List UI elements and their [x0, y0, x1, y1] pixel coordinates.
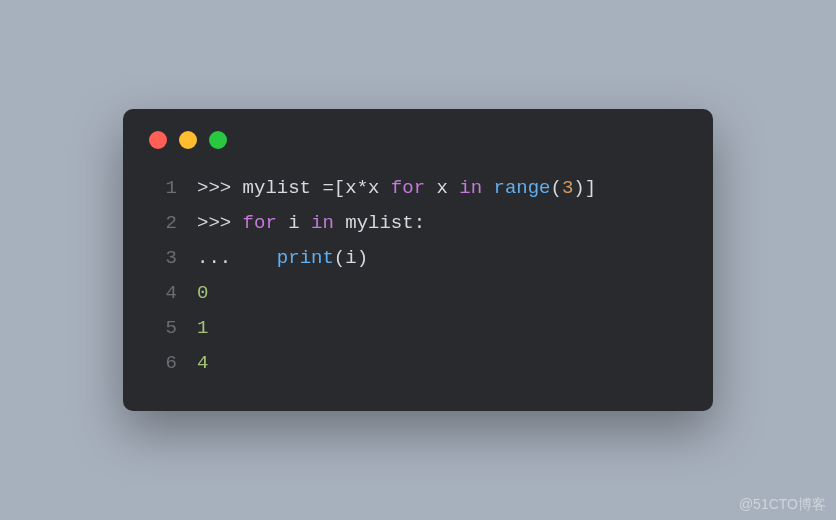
- line-number: 6: [149, 346, 177, 381]
- code-token: 3: [562, 177, 573, 199]
- code-token: range: [494, 177, 551, 199]
- code-token: print: [277, 247, 334, 269]
- code-token: in: [459, 177, 482, 199]
- code-window: 1>>> mylist =[x*x for x in range(3)]2>>>…: [123, 109, 713, 412]
- code-line: 40: [149, 276, 687, 311]
- zoom-icon[interactable]: [209, 131, 227, 149]
- code-token: ...: [197, 247, 277, 269]
- code-token: mylist:: [334, 212, 425, 234]
- code-token: for: [243, 212, 277, 234]
- line-content: 1: [197, 311, 208, 346]
- line-content: >>> for i in mylist:: [197, 206, 425, 241]
- code-token: (: [551, 177, 562, 199]
- code-token: >>> mylist =[x*x: [197, 177, 391, 199]
- code-token: x: [425, 177, 459, 199]
- line-number: 2: [149, 206, 177, 241]
- code-line: 64: [149, 346, 687, 381]
- code-token: (i): [334, 247, 368, 269]
- line-content: >>> mylist =[x*x for x in range(3)]: [197, 171, 596, 206]
- code-token: 1: [197, 317, 208, 339]
- code-line: 2>>> for i in mylist:: [149, 206, 687, 241]
- code-line: 3... print(i): [149, 241, 687, 276]
- minimize-icon[interactable]: [179, 131, 197, 149]
- code-token: 4: [197, 352, 208, 374]
- line-content: ... print(i): [197, 241, 368, 276]
- code-line: 1>>> mylist =[x*x for x in range(3)]: [149, 171, 687, 206]
- code-token: 0: [197, 282, 208, 304]
- code-token: [482, 177, 493, 199]
- line-number: 1: [149, 171, 177, 206]
- code-token: >>>: [197, 212, 243, 234]
- line-number: 3: [149, 241, 177, 276]
- close-icon[interactable]: [149, 131, 167, 149]
- line-number: 5: [149, 311, 177, 346]
- code-block: 1>>> mylist =[x*x for x in range(3)]2>>>…: [149, 171, 687, 382]
- line-content: 0: [197, 276, 208, 311]
- code-token: in: [311, 212, 334, 234]
- window-titlebar: [149, 131, 687, 149]
- code-token: )]: [573, 177, 596, 199]
- line-number: 4: [149, 276, 177, 311]
- watermark-text: @51CTO博客: [739, 496, 826, 514]
- code-token: i: [277, 212, 311, 234]
- line-content: 4: [197, 346, 208, 381]
- code-line: 51: [149, 311, 687, 346]
- code-token: for: [391, 177, 425, 199]
